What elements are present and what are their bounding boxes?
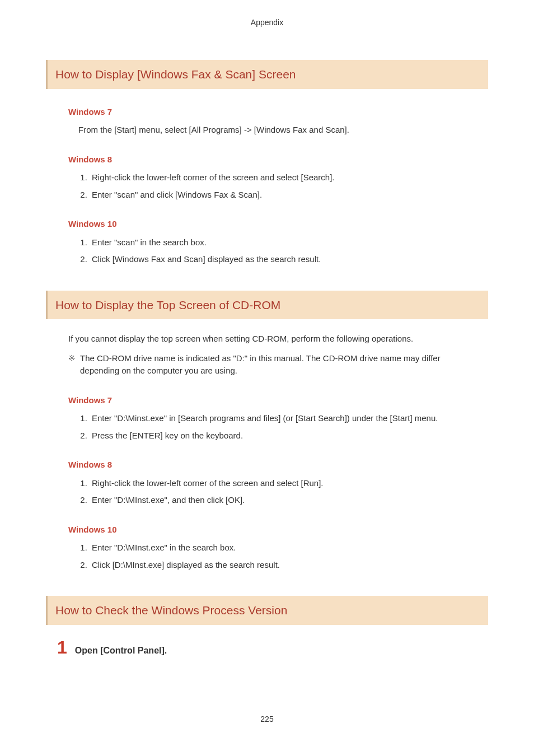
list-item: Enter "scan" in the search box. — [90, 236, 488, 249]
list-item: Click [D:\MInst.exe] displayed as the se… — [90, 559, 488, 572]
body-text: From the [Start] menu, select [All Progr… — [46, 124, 488, 137]
subsection-win8: Windows 8 — [46, 153, 488, 166]
subsection-win10: Windows 10 — [46, 218, 488, 231]
section-title-process-version: How to Check the Windows Process Version — [46, 596, 488, 625]
subsection-win10: Windows 10 — [46, 524, 488, 536]
section-title-cdrom: How to Display the Top Screen of CD-ROM — [46, 291, 488, 320]
numbered-step: 1 Open [Control Panel]. — [46, 638, 488, 657]
list-item: Enter "scan" and click [Windows Fax & Sc… — [90, 189, 488, 202]
subsection-win8: Windows 8 — [46, 459, 488, 472]
page-container: Appendix How to Display [Windows Fax & S… — [0, 0, 534, 748]
list-item: Enter "D:\MInst.exe", and then click [OK… — [90, 494, 488, 507]
list-item: Right-click the lower-left corner of the… — [90, 477, 488, 490]
list-item: Click [Windows Fax and Scan] displayed a… — [90, 253, 488, 266]
step-list: Enter "D:\MInst.exe" in the search box. … — [46, 542, 488, 571]
list-item: Press the [ENTER] key on the keyboard. — [90, 430, 488, 442]
section-title-fax-scan: How to Display [Windows Fax & Scan] Scre… — [46, 60, 488, 89]
step-list: Enter "D:\Minst.exe" in [Search programs… — [46, 412, 488, 442]
step-number: 1 — [57, 638, 67, 656]
list-item: Right-click the lower-left corner of the… — [90, 171, 488, 184]
spacer — [46, 576, 488, 596]
subsection-win7: Windows 7 — [46, 394, 488, 407]
note-text: The CD-ROM drive name is indicated as "D… — [80, 352, 477, 377]
reference-mark-icon: ※ — [68, 352, 76, 377]
step-list: Enter "scan" in the search box. Click [W… — [46, 236, 488, 266]
intro-text: If you cannot display the top screen whe… — [46, 333, 488, 346]
page-number: 225 — [46, 713, 488, 725]
step-label: Open [Control Panel]. — [75, 644, 167, 657]
step-list: Right-click the lower-left corner of the… — [46, 477, 488, 507]
list-item: Enter "D:\Minst.exe" in [Search programs… — [90, 412, 488, 425]
step-list: Right-click the lower-left corner of the… — [46, 171, 488, 201]
note-block: ※ The CD-ROM drive name is indicated as … — [46, 352, 488, 377]
list-item: Enter "D:\MInst.exe" in the search box. — [90, 542, 488, 554]
subsection-win7: Windows 7 — [46, 106, 488, 119]
spacer — [46, 270, 488, 291]
header-label: Appendix — [46, 17, 488, 29]
